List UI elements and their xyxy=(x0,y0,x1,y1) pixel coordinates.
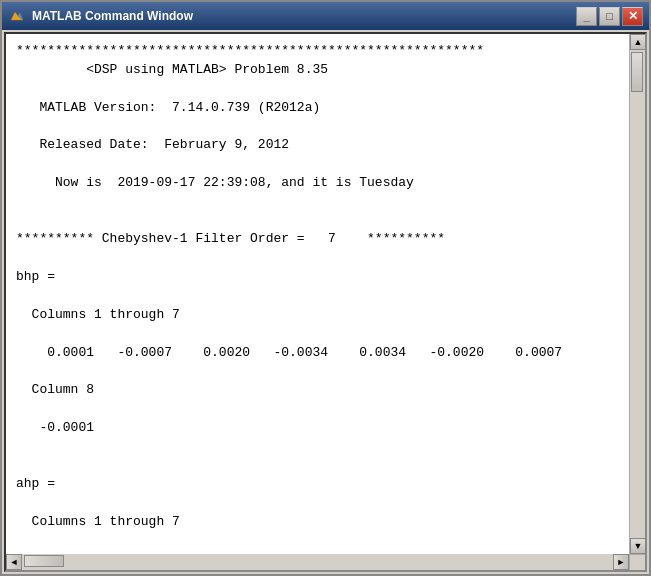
scrollbar-corner xyxy=(629,554,645,570)
vertical-scrollbar[interactable]: ▲ ▼ xyxy=(629,34,645,554)
scroll-up-button[interactable]: ▲ xyxy=(630,34,645,50)
scroll-container: ****************************************… xyxy=(6,34,645,554)
hscroll-track[interactable] xyxy=(22,554,613,570)
output-line-1: ****************************************… xyxy=(16,42,619,554)
hscroll-thumb[interactable] xyxy=(24,555,64,567)
scroll-track[interactable] xyxy=(630,50,645,538)
minimize-button[interactable]: _ xyxy=(576,7,597,26)
matlab-window: MATLAB Command Window _ □ ✕ ************… xyxy=(0,0,651,576)
scroll-down-button[interactable]: ▼ xyxy=(630,538,645,554)
horizontal-scrollbar[interactable]: ◄ ► xyxy=(6,554,629,570)
maximize-button[interactable]: □ xyxy=(599,7,620,26)
window-title: MATLAB Command Window xyxy=(32,9,576,23)
content-area: ****************************************… xyxy=(2,30,649,574)
command-window: ****************************************… xyxy=(4,32,647,572)
close-button[interactable]: ✕ xyxy=(622,7,643,26)
matlab-icon xyxy=(8,7,26,25)
title-bar: MATLAB Command Window _ □ ✕ xyxy=(2,2,649,30)
text-output[interactable]: ****************************************… xyxy=(6,34,629,554)
scroll-left-button[interactable]: ◄ xyxy=(6,554,22,570)
scroll-thumb[interactable] xyxy=(631,52,643,92)
bottom-bar: ◄ ► xyxy=(6,554,645,570)
window-controls: _ □ ✕ xyxy=(576,7,643,26)
scroll-right-button[interactable]: ► xyxy=(613,554,629,570)
